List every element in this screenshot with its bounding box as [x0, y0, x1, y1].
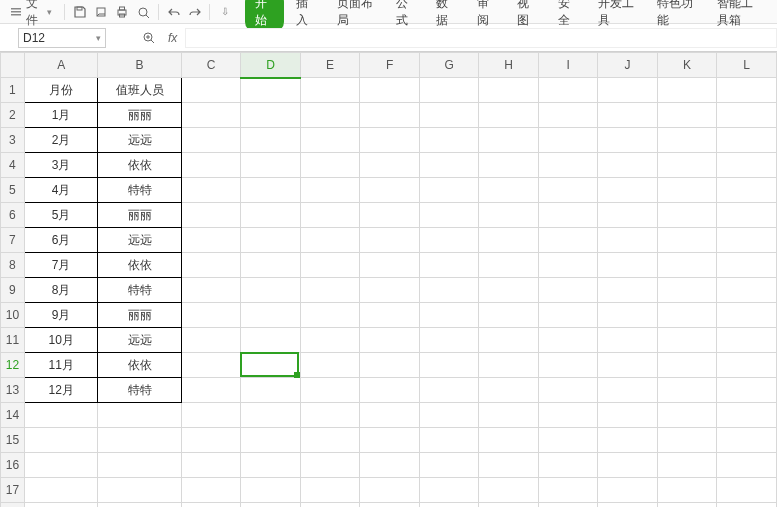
- cell-L14[interactable]: [717, 403, 777, 428]
- cell-B17[interactable]: [98, 478, 181, 503]
- row-header-4[interactable]: 4: [1, 153, 25, 178]
- cell-J6[interactable]: [598, 203, 658, 228]
- cell-B2[interactable]: 丽丽: [98, 103, 181, 128]
- cell-E11[interactable]: [300, 328, 360, 353]
- cell-L18[interactable]: [717, 503, 777, 508]
- cell-I3[interactable]: [538, 128, 597, 153]
- cell-E2[interactable]: [300, 103, 360, 128]
- cell-D9[interactable]: [241, 278, 301, 303]
- cell-H5[interactable]: [479, 178, 539, 203]
- cell-L3[interactable]: [717, 128, 777, 153]
- cell-G9[interactable]: [419, 278, 479, 303]
- cell-K4[interactable]: [657, 153, 717, 178]
- row-header-1[interactable]: 1: [1, 78, 25, 103]
- cell-K8[interactable]: [657, 253, 717, 278]
- cell-F4[interactable]: [360, 153, 420, 178]
- cell-D3[interactable]: [241, 128, 301, 153]
- cell-K3[interactable]: [657, 128, 717, 153]
- cell-L9[interactable]: [717, 278, 777, 303]
- row-header-13[interactable]: 13: [1, 378, 25, 403]
- column-header-K[interactable]: K: [657, 53, 717, 78]
- cell-F10[interactable]: [360, 303, 420, 328]
- cell-A13[interactable]: 12月: [24, 378, 97, 403]
- cell-C15[interactable]: [181, 428, 241, 453]
- cell-I10[interactable]: [538, 303, 597, 328]
- cell-B15[interactable]: [98, 428, 181, 453]
- cell-D1[interactable]: [241, 78, 301, 103]
- cell-F12[interactable]: [360, 353, 420, 378]
- cell-E3[interactable]: [300, 128, 360, 153]
- cell-E12[interactable]: [300, 353, 360, 378]
- cell-B16[interactable]: [98, 453, 181, 478]
- row-header-10[interactable]: 10: [1, 303, 25, 328]
- cell-D14[interactable]: [241, 403, 301, 428]
- cell-I18[interactable]: [538, 503, 597, 508]
- cell-C5[interactable]: [181, 178, 241, 203]
- cell-K16[interactable]: [657, 453, 717, 478]
- cell-C1[interactable]: [181, 78, 241, 103]
- cell-F1[interactable]: [360, 78, 420, 103]
- cell-J2[interactable]: [598, 103, 658, 128]
- cell-E4[interactable]: [300, 153, 360, 178]
- select-all-corner[interactable]: [1, 53, 25, 78]
- cell-A12[interactable]: 11月: [24, 353, 97, 378]
- cell-E18[interactable]: [300, 503, 360, 508]
- cell-B9[interactable]: 特特: [98, 278, 181, 303]
- row-header-9[interactable]: 9: [1, 278, 25, 303]
- cell-C8[interactable]: [181, 253, 241, 278]
- cell-C11[interactable]: [181, 328, 241, 353]
- formula-input[interactable]: [185, 28, 777, 48]
- cell-E5[interactable]: [300, 178, 360, 203]
- cell-E13[interactable]: [300, 378, 360, 403]
- column-header-B[interactable]: B: [98, 53, 181, 78]
- zoom-icon[interactable]: [142, 31, 160, 45]
- cell-G5[interactable]: [419, 178, 479, 203]
- cell-B11[interactable]: 远远: [98, 328, 181, 353]
- cell-H4[interactable]: [479, 153, 539, 178]
- row-header-3[interactable]: 3: [1, 128, 25, 153]
- cell-B18[interactable]: [98, 503, 181, 508]
- row-header-6[interactable]: 6: [1, 203, 25, 228]
- cell-C12[interactable]: [181, 353, 241, 378]
- row-header-8[interactable]: 8: [1, 253, 25, 278]
- cell-D10[interactable]: [241, 303, 301, 328]
- cell-C18[interactable]: [181, 503, 241, 508]
- cell-H16[interactable]: [479, 453, 539, 478]
- cell-L7[interactable]: [717, 228, 777, 253]
- cell-A3[interactable]: 2月: [24, 128, 97, 153]
- cell-G18[interactable]: [419, 503, 479, 508]
- cell-B4[interactable]: 依依: [98, 153, 181, 178]
- cell-A15[interactable]: [24, 428, 97, 453]
- cell-E14[interactable]: [300, 403, 360, 428]
- cell-J10[interactable]: [598, 303, 658, 328]
- cell-E8[interactable]: [300, 253, 360, 278]
- cell-K13[interactable]: [657, 378, 717, 403]
- cell-H17[interactable]: [479, 478, 539, 503]
- column-header-A[interactable]: A: [24, 53, 97, 78]
- cell-K5[interactable]: [657, 178, 717, 203]
- cell-J17[interactable]: [598, 478, 658, 503]
- cell-F14[interactable]: [360, 403, 420, 428]
- cell-G10[interactable]: [419, 303, 479, 328]
- cell-K6[interactable]: [657, 203, 717, 228]
- column-header-E[interactable]: E: [300, 53, 360, 78]
- cell-H8[interactable]: [479, 253, 539, 278]
- cell-J11[interactable]: [598, 328, 658, 353]
- row-header-5[interactable]: 5: [1, 178, 25, 203]
- cell-G12[interactable]: [419, 353, 479, 378]
- column-header-G[interactable]: G: [419, 53, 479, 78]
- chevron-down-icon[interactable]: ▾: [96, 33, 101, 43]
- cell-B3[interactable]: 远远: [98, 128, 181, 153]
- cell-L16[interactable]: [717, 453, 777, 478]
- cell-C16[interactable]: [181, 453, 241, 478]
- cell-F9[interactable]: [360, 278, 420, 303]
- cell-D4[interactable]: [241, 153, 301, 178]
- cell-D5[interactable]: [241, 178, 301, 203]
- column-header-C[interactable]: C: [181, 53, 241, 78]
- cell-J3[interactable]: [598, 128, 658, 153]
- cell-L2[interactable]: [717, 103, 777, 128]
- cell-L6[interactable]: [717, 203, 777, 228]
- cell-G7[interactable]: [419, 228, 479, 253]
- cell-C3[interactable]: [181, 128, 241, 153]
- row-header-16[interactable]: 16: [1, 453, 25, 478]
